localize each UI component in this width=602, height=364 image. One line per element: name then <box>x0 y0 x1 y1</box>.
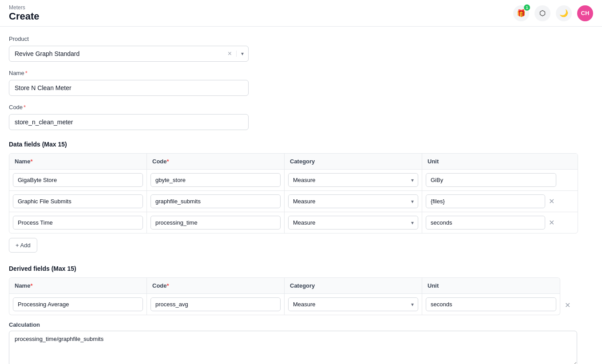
data-row-3-name-cell <box>9 212 147 233</box>
data-row-2: Measure Dimension ✕ <box>9 191 578 212</box>
page-title: Create <box>9 11 39 22</box>
product-label: Product <box>9 36 593 42</box>
col-unit-header: Unit <box>422 154 560 169</box>
name-section: Name* <box>9 70 593 96</box>
data-row-2-category-wrapper: Measure Dimension <box>288 194 418 208</box>
data-row-3-code-cell <box>147 212 285 233</box>
calculation-label: Calculation <box>9 321 593 328</box>
data-row-3-category-cell: Measure Dimension <box>285 212 422 233</box>
data-row-3-actions-cell <box>560 221 578 225</box>
product-select-wrapper: Revive Graph Standard × ▾ <box>9 46 249 62</box>
data-row-3: Measure Dimension ✕ <box>9 212 578 233</box>
data-row-2-unit-cell: ✕ <box>422 191 560 212</box>
data-fields-table: Name* Code* Category Unit <box>9 153 578 233</box>
data-row-3-code-input[interactable] <box>150 216 281 229</box>
code-input[interactable] <box>9 114 249 130</box>
data-row-2-code-cell <box>147 191 285 212</box>
data-row-1-unit-cell <box>422 170 560 190</box>
app-header: Meters Create 🎁 1 ⬡ 🌙 CH <box>0 0 602 27</box>
derived-data-row-1: Measure Dimension <box>9 294 560 315</box>
data-fields-add-button[interactable]: + Add <box>9 238 37 253</box>
avatar[interactable]: CH <box>577 5 593 21</box>
data-row-2-name-cell <box>9 191 147 212</box>
data-row-2-name-input[interactable] <box>13 194 143 208</box>
nodes-button[interactable]: ⬡ <box>535 5 551 21</box>
data-row-2-category-select[interactable]: Measure Dimension <box>288 194 418 208</box>
data-row-1: Measure Dimension <box>9 170 578 191</box>
data-row-3-remove-button[interactable]: ✕ <box>547 217 556 229</box>
derived-row-1-unit-input[interactable] <box>426 297 556 311</box>
derived-row-1-unit-cell <box>422 294 560 315</box>
data-row-1-name-cell <box>9 170 147 190</box>
data-row-1-code-input[interactable] <box>150 173 281 187</box>
main-content: Product Revive Graph Standard × ▾ Name* … <box>0 0 602 364</box>
derived-header-row: Name* Code* Category Unit <box>9 278 560 294</box>
calculation-section: Calculation processing_time/graphfile_su… <box>9 321 593 364</box>
derived-row-1-name-input[interactable] <box>13 297 143 311</box>
derived-row-wrapper: Measure Dimension ✕ <box>9 294 572 315</box>
derived-row-1-code-input[interactable] <box>150 297 281 311</box>
gift-button[interactable]: 🎁 1 <box>513 5 529 21</box>
data-fields-title: Data fields (Max 15) <box>9 141 593 148</box>
calculation-textarea[interactable]: processing_time/graphfile_submits <box>9 331 577 364</box>
data-row-1-category-wrapper: Measure Dimension <box>288 173 418 187</box>
derived-row-1-category-wrapper: Measure Dimension <box>288 297 418 311</box>
data-row-1-category-select[interactable]: Measure Dimension <box>288 173 418 187</box>
derived-fields-section: Derived fields (Max 15) Name* Code* Cate… <box>9 265 593 364</box>
data-row-2-unit-input[interactable] <box>426 194 545 208</box>
data-row-1-name-input[interactable] <box>13 173 143 187</box>
col-category-header: Category <box>285 154 422 169</box>
derived-col-unit-header: Unit <box>422 278 560 293</box>
derived-row-1-category-cell: Measure Dimension <box>285 294 422 315</box>
data-row-3-unit-cell: ✕ <box>422 212 560 233</box>
notification-badge: 1 <box>524 4 530 11</box>
data-row-1-code-cell <box>147 170 285 190</box>
derived-row-1-category-select[interactable]: Measure Dimension <box>288 297 418 311</box>
derived-row-1-code-cell <box>147 294 285 315</box>
name-input[interactable] <box>9 80 249 96</box>
code-label: Code* <box>9 104 593 111</box>
code-section: Code* <box>9 104 593 130</box>
chevron-down-icon: ▾ <box>241 51 244 57</box>
header-right: 🎁 1 ⬡ 🌙 CH <box>513 5 593 21</box>
data-fields-header-row: Name* Code* Category Unit <box>9 154 578 170</box>
data-row-3-name-input[interactable] <box>13 216 143 229</box>
product-clear-button[interactable]: × <box>223 50 236 58</box>
data-row-1-actions-cell <box>560 178 578 182</box>
data-row-1-unit-input[interactable] <box>426 173 556 187</box>
theme-toggle-button[interactable]: 🌙 <box>556 5 572 21</box>
data-row-2-code-input[interactable] <box>150 194 281 208</box>
col-name-header: Name* <box>9 154 147 169</box>
product-select-value: Revive Graph Standard <box>9 46 223 61</box>
breadcrumb: Meters <box>9 4 39 11</box>
data-row-3-unit-input[interactable] <box>426 216 545 229</box>
derived-fields-title: Derived fields (Max 15) <box>9 265 593 272</box>
col-actions-header <box>560 154 578 169</box>
data-row-3-category-select[interactable]: Measure Dimension <box>288 216 418 229</box>
product-arrow-button[interactable]: ▾ <box>236 51 248 57</box>
data-row-2-category-cell: Measure Dimension <box>285 191 422 212</box>
col-code-header: Code* <box>147 154 285 169</box>
derived-col-name-header: Name* <box>9 278 147 293</box>
derived-row-1-remove-button[interactable]: ✕ <box>563 299 572 311</box>
derived-data-row-container: Measure Dimension <box>9 294 560 315</box>
data-row-3-category-wrapper: Measure Dimension <box>288 216 418 229</box>
data-row-2-remove-button[interactable]: ✕ <box>547 195 556 207</box>
header-left: Meters Create <box>9 4 39 22</box>
derived-row-1-name-cell <box>9 294 147 315</box>
data-row-2-actions-cell <box>560 200 578 203</box>
data-fields-section: Data fields (Max 15) Name* Code* Categor… <box>9 141 593 253</box>
derived-fields-header: Name* Code* Category Unit <box>9 277 560 294</box>
name-label: Name* <box>9 70 593 76</box>
derived-col-code-header: Code* <box>147 278 285 293</box>
derived-col-category-header: Category <box>285 278 422 293</box>
data-row-1-category-cell: Measure Dimension <box>285 170 422 190</box>
product-section: Product Revive Graph Standard × ▾ <box>9 36 593 62</box>
